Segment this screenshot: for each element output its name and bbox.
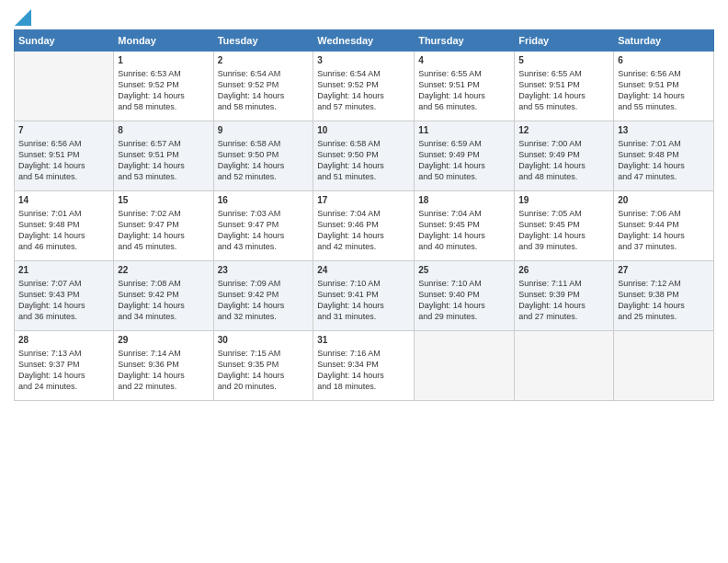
calendar-table: SundayMondayTuesdayWednesdayThursdayFrid… <box>14 29 714 401</box>
day-info: Sunrise: 6:59 AMSunset: 9:49 PMDaylight:… <box>418 138 510 183</box>
day-number: 31 <box>317 334 410 347</box>
weekday-header-tuesday: Tuesday <box>213 30 313 52</box>
day-info: Sunrise: 6:55 AMSunset: 9:51 PMDaylight:… <box>418 68 510 113</box>
calendar-cell: 15Sunrise: 7:02 AMSunset: 9:47 PMDayligh… <box>114 191 213 261</box>
day-number: 17 <box>317 194 410 207</box>
day-number: 3 <box>317 54 410 67</box>
header <box>14 9 714 26</box>
day-info: Sunrise: 7:02 AMSunset: 9:47 PMDaylight:… <box>118 208 209 253</box>
calendar-cell: 9Sunrise: 6:58 AMSunset: 9:50 PMDaylight… <box>213 121 313 191</box>
day-info: Sunrise: 7:12 AMSunset: 9:38 PMDaylight:… <box>618 278 710 323</box>
calendar-cell: 27Sunrise: 7:12 AMSunset: 9:38 PMDayligh… <box>614 261 714 331</box>
day-info: Sunrise: 6:55 AMSunset: 9:51 PMDaylight:… <box>518 68 609 113</box>
day-info: Sunrise: 7:07 AMSunset: 9:43 PMDaylight:… <box>18 278 109 323</box>
day-info: Sunrise: 6:56 AMSunset: 9:51 PMDaylight:… <box>618 68 710 113</box>
day-info: Sunrise: 6:57 AMSunset: 9:51 PMDaylight:… <box>118 138 209 183</box>
weekday-header-wednesday: Wednesday <box>313 30 415 52</box>
weekday-header-saturday: Saturday <box>614 30 714 52</box>
weekday-header-sunday: Sunday <box>15 30 114 52</box>
day-number: 8 <box>118 124 209 137</box>
day-info: Sunrise: 7:01 AMSunset: 9:48 PMDaylight:… <box>18 208 109 253</box>
calendar-cell: 3Sunrise: 6:54 AMSunset: 9:52 PMDaylight… <box>313 52 415 121</box>
day-number: 15 <box>118 194 209 207</box>
week-row-4: 21Sunrise: 7:07 AMSunset: 9:43 PMDayligh… <box>15 261 714 331</box>
day-number: 20 <box>618 194 710 207</box>
day-info: Sunrise: 7:16 AMSunset: 9:34 PMDaylight:… <box>317 348 410 393</box>
day-number: 22 <box>118 264 209 277</box>
day-number: 2 <box>218 54 310 67</box>
calendar-cell: 23Sunrise: 7:09 AMSunset: 9:42 PMDayligh… <box>213 261 313 331</box>
day-number: 13 <box>618 124 710 137</box>
day-info: Sunrise: 7:09 AMSunset: 9:42 PMDaylight:… <box>218 278 310 323</box>
calendar-cell: 18Sunrise: 7:04 AMSunset: 9:45 PMDayligh… <box>415 191 515 261</box>
day-number: 28 <box>18 334 109 347</box>
day-number: 7 <box>18 124 109 137</box>
calendar-cell: 21Sunrise: 7:07 AMSunset: 9:43 PMDayligh… <box>15 261 114 331</box>
weekday-header-friday: Friday <box>515 30 614 52</box>
day-info: Sunrise: 6:58 AMSunset: 9:50 PMDaylight:… <box>317 138 410 183</box>
day-info: Sunrise: 7:03 AMSunset: 9:47 PMDaylight:… <box>218 208 310 253</box>
calendar-cell: 7Sunrise: 6:56 AMSunset: 9:51 PMDaylight… <box>15 121 114 191</box>
page-container: SundayMondayTuesdayWednesdayThursdayFrid… <box>0 0 728 406</box>
day-number: 9 <box>218 124 310 137</box>
day-number: 4 <box>418 54 510 67</box>
week-row-1: 1Sunrise: 6:53 AMSunset: 9:52 PMDaylight… <box>15 52 714 121</box>
calendar-cell <box>15 52 114 121</box>
calendar-cell: 6Sunrise: 6:56 AMSunset: 9:51 PMDaylight… <box>614 52 714 121</box>
day-info: Sunrise: 7:06 AMSunset: 9:44 PMDaylight:… <box>618 208 710 253</box>
day-info: Sunrise: 7:04 AMSunset: 9:46 PMDaylight:… <box>317 208 410 253</box>
day-info: Sunrise: 7:04 AMSunset: 9:45 PMDaylight:… <box>418 208 510 253</box>
calendar-cell: 16Sunrise: 7:03 AMSunset: 9:47 PMDayligh… <box>213 191 313 261</box>
calendar-cell: 4Sunrise: 6:55 AMSunset: 9:51 PMDaylight… <box>415 52 515 121</box>
week-row-5: 28Sunrise: 7:13 AMSunset: 9:37 PMDayligh… <box>15 331 714 401</box>
day-info: Sunrise: 6:58 AMSunset: 9:50 PMDaylight:… <box>218 138 310 183</box>
day-info: Sunrise: 7:10 AMSunset: 9:40 PMDaylight:… <box>418 278 510 323</box>
calendar-cell: 1Sunrise: 6:53 AMSunset: 9:52 PMDaylight… <box>114 52 213 121</box>
calendar-cell <box>614 331 714 401</box>
day-number: 16 <box>218 194 310 207</box>
day-info: Sunrise: 7:11 AMSunset: 9:39 PMDaylight:… <box>518 278 609 323</box>
calendar-cell: 5Sunrise: 6:55 AMSunset: 9:51 PMDaylight… <box>515 52 614 121</box>
day-number: 25 <box>418 264 510 277</box>
svg-marker-0 <box>15 9 31 26</box>
day-info: Sunrise: 6:53 AMSunset: 9:52 PMDaylight:… <box>118 68 209 113</box>
day-number: 24 <box>317 264 410 277</box>
day-info: Sunrise: 7:05 AMSunset: 9:45 PMDaylight:… <box>518 208 609 253</box>
day-info: Sunrise: 7:13 AMSunset: 9:37 PMDaylight:… <box>18 348 109 393</box>
day-info: Sunrise: 6:54 AMSunset: 9:52 PMDaylight:… <box>317 68 410 113</box>
day-number: 26 <box>518 264 609 277</box>
calendar-cell: 10Sunrise: 6:58 AMSunset: 9:50 PMDayligh… <box>313 121 415 191</box>
day-number: 11 <box>418 124 510 137</box>
calendar-cell: 31Sunrise: 7:16 AMSunset: 9:34 PMDayligh… <box>313 331 415 401</box>
calendar-cell: 14Sunrise: 7:01 AMSunset: 9:48 PMDayligh… <box>15 191 114 261</box>
day-number: 5 <box>518 54 609 67</box>
day-number: 19 <box>518 194 609 207</box>
weekday-header-row: SundayMondayTuesdayWednesdayThursdayFrid… <box>15 30 714 52</box>
calendar-cell: 8Sunrise: 6:57 AMSunset: 9:51 PMDaylight… <box>114 121 213 191</box>
calendar-cell: 19Sunrise: 7:05 AMSunset: 9:45 PMDayligh… <box>515 191 614 261</box>
logo-triangle-icon <box>15 9 31 26</box>
logo <box>14 9 32 26</box>
weekday-header-thursday: Thursday <box>415 30 515 52</box>
calendar-cell: 11Sunrise: 6:59 AMSunset: 9:49 PMDayligh… <box>415 121 515 191</box>
day-number: 21 <box>18 264 109 277</box>
day-info: Sunrise: 7:01 AMSunset: 9:48 PMDaylight:… <box>618 138 710 183</box>
calendar-cell: 28Sunrise: 7:13 AMSunset: 9:37 PMDayligh… <box>15 331 114 401</box>
week-row-3: 14Sunrise: 7:01 AMSunset: 9:48 PMDayligh… <box>15 191 714 261</box>
day-info: Sunrise: 7:15 AMSunset: 9:35 PMDaylight:… <box>218 348 310 393</box>
calendar-cell: 13Sunrise: 7:01 AMSunset: 9:48 PMDayligh… <box>614 121 714 191</box>
day-number: 14 <box>18 194 109 207</box>
calendar-cell: 25Sunrise: 7:10 AMSunset: 9:40 PMDayligh… <box>415 261 515 331</box>
calendar-cell: 2Sunrise: 6:54 AMSunset: 9:52 PMDaylight… <box>213 52 313 121</box>
day-number: 12 <box>518 124 609 137</box>
day-number: 23 <box>218 264 310 277</box>
day-info: Sunrise: 7:00 AMSunset: 9:49 PMDaylight:… <box>518 138 609 183</box>
day-number: 30 <box>218 334 310 347</box>
calendar-cell: 29Sunrise: 7:14 AMSunset: 9:36 PMDayligh… <box>114 331 213 401</box>
calendar-cell: 30Sunrise: 7:15 AMSunset: 9:35 PMDayligh… <box>213 331 313 401</box>
calendar-cell: 20Sunrise: 7:06 AMSunset: 9:44 PMDayligh… <box>614 191 714 261</box>
day-info: Sunrise: 7:10 AMSunset: 9:41 PMDaylight:… <box>317 278 410 323</box>
calendar-cell: 24Sunrise: 7:10 AMSunset: 9:41 PMDayligh… <box>313 261 415 331</box>
day-info: Sunrise: 6:56 AMSunset: 9:51 PMDaylight:… <box>18 138 109 183</box>
calendar-cell <box>515 331 614 401</box>
